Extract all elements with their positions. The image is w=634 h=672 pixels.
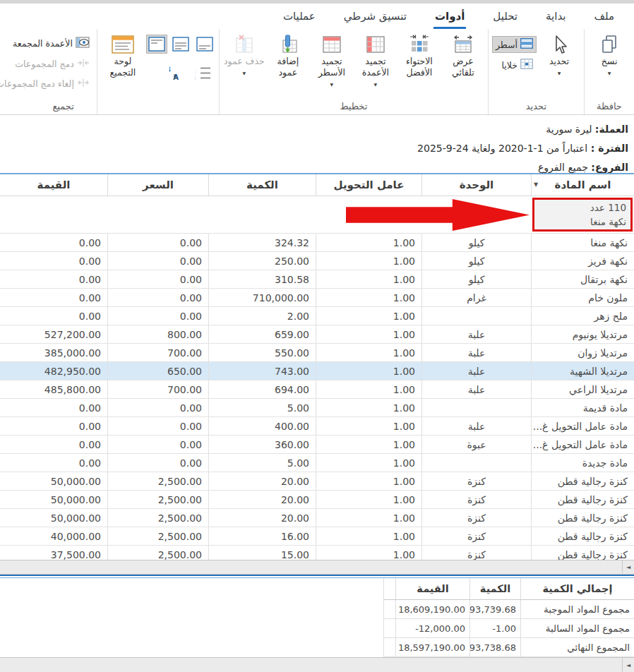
grouped-columns-label: الأعمدة المجمعة: [13, 38, 73, 49]
currency-value: ليرة سورية: [546, 124, 595, 135]
select-cells-button[interactable]: خلايا: [492, 56, 537, 73]
cell-factor: 1.00: [316, 234, 421, 251]
cell-qty: 659.00: [208, 325, 316, 343]
group-label-clipboard: حافظة: [588, 100, 630, 114]
table-row[interactable]: مرتديلا يونيومعلبة1.00659.00800.00527,20…: [0, 325, 634, 344]
align-style-3-button[interactable]: [146, 35, 167, 54]
column-header-material-name[interactable]: اسم المادة ▼: [531, 174, 634, 196]
cell-price: 0.00: [107, 454, 208, 472]
tab-conditional-formatting[interactable]: تنسيق شرطي: [342, 10, 408, 29]
caret-down-icon: ▼: [374, 79, 378, 90]
table-row[interactable]: كنزة رجالية قطنكنزة1.0020.002,500.0050,0…: [0, 509, 634, 527]
table-row[interactable]: ملح زهر1.002.000.000.00: [0, 307, 634, 325]
cell-qty: 15.00: [208, 546, 316, 560]
cell-price: 0.00: [107, 417, 208, 435]
table-row[interactable]: كنزة رجالية قطنكنزة1.0020.002,500.0050,0…: [0, 472, 634, 491]
delete-column-button[interactable]: حذف عمود ▼: [223, 30, 265, 79]
cell-unit: كنزة: [421, 491, 531, 508]
cell-name: كنزة رجالية قطن: [531, 527, 634, 545]
table-row[interactable]: مرتديلا زوانعلبة1.00550.00700.00385,000.…: [0, 344, 634, 362]
grouped-columns-button[interactable]: الأعمدة المجمعة: [0, 35, 93, 52]
freeze-columns-button[interactable]: تجميد الأعمدة ▼: [354, 30, 397, 90]
table-row[interactable]: نكهة برتقالكيلو1.00310.580.000.00: [0, 270, 634, 289]
ribbon: نسخ ▼ حافظة تحديد ▼: [0, 29, 634, 115]
best-fit-button[interactable]: الاحتواء الأفضل: [398, 30, 441, 78]
group-label-panel: [101, 100, 215, 114]
add-column-button[interactable]: إضافة عمود: [267, 30, 309, 78]
align-style-1-button[interactable]: [194, 35, 215, 54]
table-row[interactable]: نكهة فريزكيلو1.00250.000.000.00: [0, 252, 634, 270]
currency-line: العملة: ليرة سورية: [6, 121, 628, 137]
column-header-conversion-factor[interactable]: عامل التحويل: [316, 174, 421, 196]
filter-dropdown-icon[interactable]: ▼: [534, 181, 538, 188]
cell-qty: 324.32: [208, 234, 316, 251]
summary-body: مجموع المواد الموجبة793,739.6818,609,190…: [383, 600, 634, 657]
cell-qty: 20.00: [208, 472, 316, 490]
numbered-list-button[interactable]: 123: [193, 63, 215, 83]
cell-unit: [421, 307, 531, 325]
table-row[interactable]: مادة جديدة1.005.000.000.00: [0, 454, 634, 472]
cell-price: 0.00: [107, 307, 208, 325]
column-header-quantity[interactable]: الكمية: [208, 174, 316, 196]
table-row[interactable]: كنزة رجالية قطنكنزة1.0020.002,500.0050,0…: [0, 491, 634, 509]
table-row[interactable]: مرتديلا الشهيةعلبة1.00743.00650.00482,95…: [0, 362, 634, 380]
freeze-rows-label: تجميد الأسطر: [311, 56, 353, 78]
cell-unit: علبة: [421, 344, 531, 361]
sort-ab-button[interactable]: ABA: [167, 63, 190, 83]
table-row[interactable]: مادة عامل التحويل غ...عبوة1.00360.000.00…: [0, 436, 634, 454]
select-button[interactable]: تحديد ▼: [538, 30, 580, 79]
cell-price: 0.00: [107, 252, 208, 270]
totals-header-label: الكمية: [480, 583, 510, 594]
merge-groups-icon: [77, 58, 90, 70]
cell-value: 50,000.00: [0, 509, 107, 527]
window-horizontal-scrollbar[interactable]: ◄: [0, 657, 634, 672]
tab-tools[interactable]: أدوات: [433, 10, 466, 29]
scroll-left-button[interactable]: ◄: [622, 658, 634, 672]
rows-icon: [520, 38, 533, 51]
tab-file[interactable]: ملف: [592, 10, 616, 29]
cell-price: 2,500.00: [107, 527, 208, 545]
cell-value: 0.00: [0, 417, 107, 435]
cell-unit: علبة: [421, 362, 531, 380]
period-label: الفترة :: [591, 143, 628, 154]
cell-name: مادة عامل التحويل غ...: [531, 417, 634, 435]
copy-button[interactable]: نسخ ▼: [588, 30, 630, 79]
table-row[interactable]: كنزة رجالية قطنكنزة1.0016.002,500.0040,0…: [0, 527, 634, 546]
column-header-value[interactable]: القيمة: [0, 174, 107, 196]
table-row[interactable]: كنزة رجالية قطنكنزة1.0015.002,500.0037,5…: [0, 546, 634, 560]
grouping-panel-button[interactable]: لوحة التجميع: [101, 30, 145, 78]
autofit-icon: [453, 33, 474, 56]
totals-table: إجمالي الكمية الكمية القيمة مجموع المواد…: [383, 578, 634, 657]
select-label: تحديد: [549, 56, 569, 67]
best-fit-icon: [409, 33, 430, 56]
table-row[interactable]: مادة عامل التحويل غ...علبة1.00400.000.00…: [0, 417, 634, 436]
column-header-unit[interactable]: الوحدة: [421, 174, 531, 196]
cell-unit: غرام: [421, 289, 531, 306]
table-row[interactable]: نكهة منغاكيلو1.00324.320.000.00: [0, 234, 634, 252]
cell-name: مرتديلا زوان: [531, 344, 634, 361]
caret-down-icon: ▼: [330, 79, 334, 90]
cell-unit: كيلو: [421, 234, 531, 251]
cell-price: 0.00: [107, 289, 208, 306]
column-header-price[interactable]: السعر: [107, 174, 208, 196]
tab-home[interactable]: بداية: [544, 10, 567, 29]
table-horizontal-scrollbar[interactable]: ◄: [0, 560, 634, 575]
scroll-left-button[interactable]: ◄: [622, 560, 634, 574]
tab-operations[interactable]: عمليات: [282, 10, 317, 29]
freeze-rows-button[interactable]: تجميد الأسطر ▼: [311, 30, 353, 90]
table-row[interactable]: مادة قديمة1.005.000.000.00: [0, 399, 634, 417]
unmerge-groups-button[interactable]: إلغاء دمج المجموعات: [0, 76, 93, 92]
align-style-2-button[interactable]: [170, 35, 191, 54]
cells-icon: [520, 59, 533, 71]
cell-factor: 1.00: [316, 399, 421, 416]
merge-groups-button[interactable]: دمج المجموعات: [0, 56, 93, 72]
summary-cell-label: المجموع النهائي: [520, 638, 634, 656]
tab-analysis[interactable]: تحليل: [491, 10, 519, 29]
cells-label: خلايا: [502, 60, 518, 71]
cursor-icon: [549, 33, 569, 56]
cell-value: 385,000.00: [0, 344, 107, 361]
autofit-view-button[interactable]: عرض تلقائي: [442, 30, 484, 78]
table-row[interactable]: مرتديلا الراعيعلبة1.00694.00700.00485,80…: [0, 380, 634, 399]
select-rows-button[interactable]: أسطر: [492, 36, 537, 53]
table-row[interactable]: ملون خامغرام1.00710,000.000.000.00: [0, 289, 634, 307]
